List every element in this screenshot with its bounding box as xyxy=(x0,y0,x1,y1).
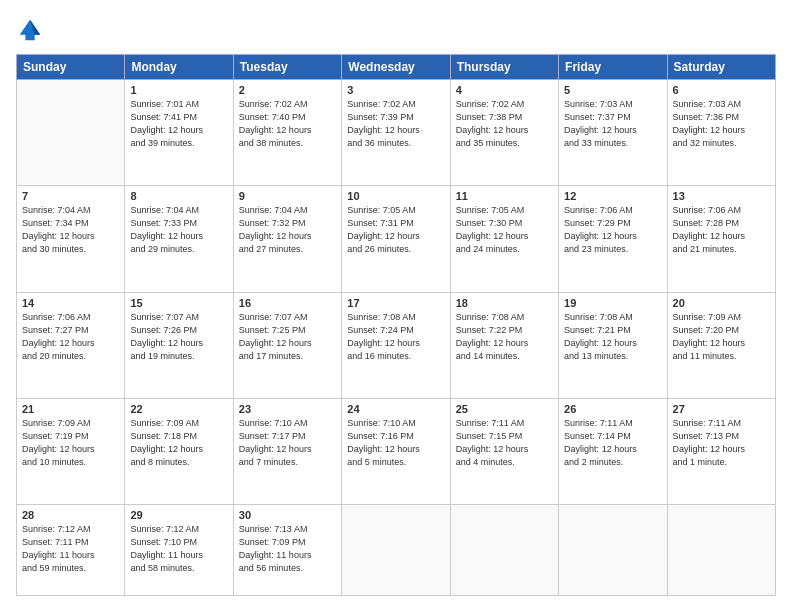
calendar-cell: 13Sunrise: 7:06 AMSunset: 7:28 PMDayligh… xyxy=(667,186,775,292)
day-info: Sunrise: 7:06 AMSunset: 7:29 PMDaylight:… xyxy=(564,204,661,256)
day-info: Sunrise: 7:10 AMSunset: 7:17 PMDaylight:… xyxy=(239,417,336,469)
logo xyxy=(16,16,46,44)
day-number: 11 xyxy=(456,190,553,202)
day-info: Sunrise: 7:13 AMSunset: 7:09 PMDaylight:… xyxy=(239,523,336,575)
day-number: 8 xyxy=(130,190,227,202)
day-number: 1 xyxy=(130,84,227,96)
day-info: Sunrise: 7:09 AMSunset: 7:19 PMDaylight:… xyxy=(22,417,119,469)
svg-marker-0 xyxy=(20,20,41,41)
calendar-cell: 11Sunrise: 7:05 AMSunset: 7:30 PMDayligh… xyxy=(450,186,558,292)
day-number: 9 xyxy=(239,190,336,202)
calendar-week-2: 7Sunrise: 7:04 AMSunset: 7:34 PMDaylight… xyxy=(17,186,776,292)
day-number: 6 xyxy=(673,84,770,96)
calendar-cell: 4Sunrise: 7:02 AMSunset: 7:38 PMDaylight… xyxy=(450,80,558,186)
day-info: Sunrise: 7:12 AMSunset: 7:10 PMDaylight:… xyxy=(130,523,227,575)
day-info: Sunrise: 7:12 AMSunset: 7:11 PMDaylight:… xyxy=(22,523,119,575)
day-number: 28 xyxy=(22,509,119,521)
day-number: 4 xyxy=(456,84,553,96)
day-number: 5 xyxy=(564,84,661,96)
day-info: Sunrise: 7:11 AMSunset: 7:13 PMDaylight:… xyxy=(673,417,770,469)
weekday-header-monday: Monday xyxy=(125,55,233,80)
calendar-cell: 1Sunrise: 7:01 AMSunset: 7:41 PMDaylight… xyxy=(125,80,233,186)
calendar-week-5: 28Sunrise: 7:12 AMSunset: 7:11 PMDayligh… xyxy=(17,505,776,596)
day-number: 10 xyxy=(347,190,444,202)
day-number: 7 xyxy=(22,190,119,202)
calendar-cell: 3Sunrise: 7:02 AMSunset: 7:39 PMDaylight… xyxy=(342,80,450,186)
calendar-cell: 29Sunrise: 7:12 AMSunset: 7:10 PMDayligh… xyxy=(125,505,233,596)
day-number: 19 xyxy=(564,297,661,309)
day-number: 3 xyxy=(347,84,444,96)
calendar-cell: 21Sunrise: 7:09 AMSunset: 7:19 PMDayligh… xyxy=(17,398,125,504)
calendar-cell: 24Sunrise: 7:10 AMSunset: 7:16 PMDayligh… xyxy=(342,398,450,504)
calendar-cell: 18Sunrise: 7:08 AMSunset: 7:22 PMDayligh… xyxy=(450,292,558,398)
day-number: 18 xyxy=(456,297,553,309)
day-number: 15 xyxy=(130,297,227,309)
calendar-cell: 23Sunrise: 7:10 AMSunset: 7:17 PMDayligh… xyxy=(233,398,341,504)
day-number: 20 xyxy=(673,297,770,309)
day-info: Sunrise: 7:08 AMSunset: 7:22 PMDaylight:… xyxy=(456,311,553,363)
page: SundayMondayTuesdayWednesdayThursdayFrid… xyxy=(0,0,792,612)
calendar-cell: 30Sunrise: 7:13 AMSunset: 7:09 PMDayligh… xyxy=(233,505,341,596)
day-info: Sunrise: 7:06 AMSunset: 7:27 PMDaylight:… xyxy=(22,311,119,363)
day-info: Sunrise: 7:07 AMSunset: 7:26 PMDaylight:… xyxy=(130,311,227,363)
day-number: 14 xyxy=(22,297,119,309)
day-number: 29 xyxy=(130,509,227,521)
calendar-cell: 7Sunrise: 7:04 AMSunset: 7:34 PMDaylight… xyxy=(17,186,125,292)
day-info: Sunrise: 7:03 AMSunset: 7:37 PMDaylight:… xyxy=(564,98,661,150)
day-number: 25 xyxy=(456,403,553,415)
calendar-cell: 16Sunrise: 7:07 AMSunset: 7:25 PMDayligh… xyxy=(233,292,341,398)
calendar-cell: 19Sunrise: 7:08 AMSunset: 7:21 PMDayligh… xyxy=(559,292,667,398)
day-info: Sunrise: 7:05 AMSunset: 7:30 PMDaylight:… xyxy=(456,204,553,256)
weekday-header-sunday: Sunday xyxy=(17,55,125,80)
day-number: 30 xyxy=(239,509,336,521)
day-info: Sunrise: 7:04 AMSunset: 7:34 PMDaylight:… xyxy=(22,204,119,256)
calendar-cell: 15Sunrise: 7:07 AMSunset: 7:26 PMDayligh… xyxy=(125,292,233,398)
calendar-cell xyxy=(667,505,775,596)
calendar-cell: 22Sunrise: 7:09 AMSunset: 7:18 PMDayligh… xyxy=(125,398,233,504)
calendar: SundayMondayTuesdayWednesdayThursdayFrid… xyxy=(16,54,776,596)
day-number: 22 xyxy=(130,403,227,415)
weekday-header-wednesday: Wednesday xyxy=(342,55,450,80)
day-info: Sunrise: 7:09 AMSunset: 7:20 PMDaylight:… xyxy=(673,311,770,363)
calendar-week-3: 14Sunrise: 7:06 AMSunset: 7:27 PMDayligh… xyxy=(17,292,776,398)
calendar-cell: 10Sunrise: 7:05 AMSunset: 7:31 PMDayligh… xyxy=(342,186,450,292)
day-number: 12 xyxy=(564,190,661,202)
weekday-header-friday: Friday xyxy=(559,55,667,80)
day-info: Sunrise: 7:02 AMSunset: 7:39 PMDaylight:… xyxy=(347,98,444,150)
calendar-cell xyxy=(342,505,450,596)
calendar-cell: 8Sunrise: 7:04 AMSunset: 7:33 PMDaylight… xyxy=(125,186,233,292)
day-info: Sunrise: 7:11 AMSunset: 7:15 PMDaylight:… xyxy=(456,417,553,469)
day-number: 21 xyxy=(22,403,119,415)
logo-icon xyxy=(16,16,44,44)
day-info: Sunrise: 7:07 AMSunset: 7:25 PMDaylight:… xyxy=(239,311,336,363)
day-number: 27 xyxy=(673,403,770,415)
weekday-header-tuesday: Tuesday xyxy=(233,55,341,80)
calendar-cell: 14Sunrise: 7:06 AMSunset: 7:27 PMDayligh… xyxy=(17,292,125,398)
calendar-cell: 2Sunrise: 7:02 AMSunset: 7:40 PMDaylight… xyxy=(233,80,341,186)
day-number: 13 xyxy=(673,190,770,202)
weekday-header-thursday: Thursday xyxy=(450,55,558,80)
calendar-cell: 27Sunrise: 7:11 AMSunset: 7:13 PMDayligh… xyxy=(667,398,775,504)
day-info: Sunrise: 7:02 AMSunset: 7:38 PMDaylight:… xyxy=(456,98,553,150)
day-info: Sunrise: 7:09 AMSunset: 7:18 PMDaylight:… xyxy=(130,417,227,469)
day-info: Sunrise: 7:06 AMSunset: 7:28 PMDaylight:… xyxy=(673,204,770,256)
calendar-cell xyxy=(450,505,558,596)
day-number: 2 xyxy=(239,84,336,96)
day-info: Sunrise: 7:04 AMSunset: 7:32 PMDaylight:… xyxy=(239,204,336,256)
day-number: 26 xyxy=(564,403,661,415)
calendar-header-row: SundayMondayTuesdayWednesdayThursdayFrid… xyxy=(17,55,776,80)
day-number: 24 xyxy=(347,403,444,415)
calendar-cell: 6Sunrise: 7:03 AMSunset: 7:36 PMDaylight… xyxy=(667,80,775,186)
calendar-cell: 9Sunrise: 7:04 AMSunset: 7:32 PMDaylight… xyxy=(233,186,341,292)
day-info: Sunrise: 7:11 AMSunset: 7:14 PMDaylight:… xyxy=(564,417,661,469)
calendar-cell: 28Sunrise: 7:12 AMSunset: 7:11 PMDayligh… xyxy=(17,505,125,596)
calendar-cell: 20Sunrise: 7:09 AMSunset: 7:20 PMDayligh… xyxy=(667,292,775,398)
day-info: Sunrise: 7:03 AMSunset: 7:36 PMDaylight:… xyxy=(673,98,770,150)
day-number: 16 xyxy=(239,297,336,309)
day-number: 17 xyxy=(347,297,444,309)
calendar-week-1: 1Sunrise: 7:01 AMSunset: 7:41 PMDaylight… xyxy=(17,80,776,186)
calendar-cell: 26Sunrise: 7:11 AMSunset: 7:14 PMDayligh… xyxy=(559,398,667,504)
calendar-cell: 5Sunrise: 7:03 AMSunset: 7:37 PMDaylight… xyxy=(559,80,667,186)
header xyxy=(16,16,776,44)
day-info: Sunrise: 7:08 AMSunset: 7:24 PMDaylight:… xyxy=(347,311,444,363)
